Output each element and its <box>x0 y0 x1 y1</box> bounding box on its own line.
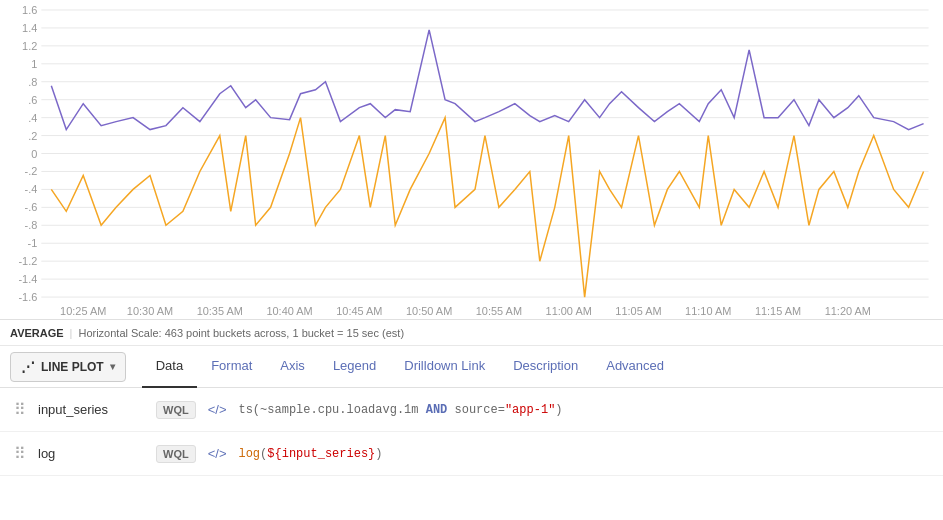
svg-text:10:35 AM: 10:35 AM <box>197 305 243 317</box>
series-row: ⠿ input_series WQL </> ts(~sample.cpu.lo… <box>0 388 943 432</box>
toolbar-row: ⋰ LINE PLOT ▾ Data Format Axis Legend Dr… <box>0 346 943 388</box>
svg-text:-1.4: -1.4 <box>18 273 37 285</box>
svg-text:0: 0 <box>31 148 37 160</box>
svg-text:-1: -1 <box>28 237 38 249</box>
wql-badge: WQL <box>156 401 196 419</box>
tab-bar: Data Format Axis Legend Drilldown Link D… <box>142 346 933 388</box>
tab-drilldown[interactable]: Drilldown Link <box>390 346 499 388</box>
series-name: log <box>38 446 148 461</box>
svg-text:1.6: 1.6 <box>22 4 37 16</box>
svg-text:.8: .8 <box>28 76 37 88</box>
svg-text:-.4: -.4 <box>25 183 38 195</box>
svg-text:10:30 AM: 10:30 AM <box>127 305 173 317</box>
svg-text:1.2: 1.2 <box>22 40 37 52</box>
svg-text:11:00 AM: 11:00 AM <box>546 305 592 317</box>
svg-text:1: 1 <box>31 58 37 70</box>
svg-text:-.6: -.6 <box>25 201 38 213</box>
average-label: AVERAGE <box>10 327 64 339</box>
svg-text:-1.2: -1.2 <box>18 255 37 267</box>
plot-type-label: LINE PLOT <box>41 360 104 374</box>
series-section: ⠿ input_series WQL </> ts(~sample.cpu.lo… <box>0 388 943 476</box>
svg-text:.2: .2 <box>28 130 37 142</box>
average-bar: AVERAGE | Horizontal Scale: 463 point bu… <box>0 320 943 346</box>
svg-text:11:15 AM: 11:15 AM <box>755 305 801 317</box>
svg-text:1.4: 1.4 <box>22 22 37 34</box>
tab-data[interactable]: Data <box>142 346 197 388</box>
tab-advanced[interactable]: Advanced <box>592 346 678 388</box>
chart-svg: 1.6 1.4 1.2 1 .8 .6 .4 .2 0 -.2 -.4 -.6 … <box>0 0 943 319</box>
series-formula: log(${input_series}) <box>238 447 933 461</box>
chevron-down-icon: ▾ <box>110 361 115 372</box>
drag-handle-icon[interactable]: ⠿ <box>10 400 30 419</box>
svg-text:-.2: -.2 <box>25 165 38 177</box>
svg-text:-.8: -.8 <box>25 219 38 231</box>
chart-area: 1.6 1.4 1.2 1 .8 .6 .4 .2 0 -.2 -.4 -.6 … <box>0 0 943 320</box>
svg-text:11:05 AM: 11:05 AM <box>615 305 661 317</box>
svg-rect-0 <box>1 0 941 319</box>
code-toggle-icon[interactable]: </> <box>204 400 231 419</box>
series-name: input_series <box>38 402 148 417</box>
svg-text:.4: .4 <box>28 112 37 124</box>
svg-text:10:50 AM: 10:50 AM <box>406 305 452 317</box>
svg-text:-1.6: -1.6 <box>18 291 37 303</box>
average-description: Horizontal Scale: 463 point buckets acro… <box>78 327 404 339</box>
drag-handle-icon[interactable]: ⠿ <box>10 444 30 463</box>
svg-text:11:20 AM: 11:20 AM <box>825 305 871 317</box>
series-row: ⠿ log WQL </> log(${input_series}) <box>0 432 943 476</box>
wql-badge: WQL <box>156 445 196 463</box>
tab-format[interactable]: Format <box>197 346 266 388</box>
svg-text:11:10 AM: 11:10 AM <box>685 305 731 317</box>
tab-description[interactable]: Description <box>499 346 592 388</box>
plot-type-button[interactable]: ⋰ LINE PLOT ▾ <box>10 352 126 382</box>
svg-text:10:40 AM: 10:40 AM <box>266 305 312 317</box>
svg-text:.6: .6 <box>28 94 37 106</box>
tab-axis[interactable]: Axis <box>266 346 319 388</box>
code-toggle-icon[interactable]: </> <box>204 444 231 463</box>
svg-text:10:45 AM: 10:45 AM <box>336 305 382 317</box>
tab-legend[interactable]: Legend <box>319 346 390 388</box>
svg-text:10:25 AM: 10:25 AM <box>60 305 106 317</box>
svg-text:10:55 AM: 10:55 AM <box>476 305 522 317</box>
line-plot-icon: ⋰ <box>21 359 35 375</box>
series-formula: ts(~sample.cpu.loadavg.1m AND source="ap… <box>238 403 933 417</box>
